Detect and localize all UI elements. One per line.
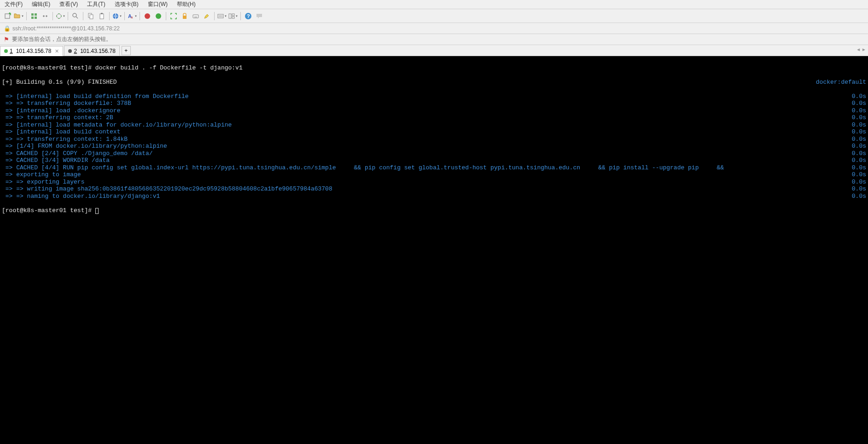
tab-add-button[interactable]: +: [122, 46, 131, 55]
fullscreen-icon[interactable]: [169, 11, 179, 21]
keyboard-icon[interactable]: [191, 11, 201, 21]
terminal-output: => [internal] load build definition from…: [2, 93, 189, 100]
terminal-timing: 0.0s: [852, 157, 866, 164]
font-icon[interactable]: Aa▼: [127, 11, 137, 21]
terminal-output: => [internal] load metadata for docker.i…: [2, 121, 232, 129]
terminal-line: => => transferring context: 2B0.0s: [2, 114, 866, 121]
terminal-line: => exporting to image0.0s: [2, 171, 866, 179]
tab-session-1[interactable]: 1 101.43.156.78 ✕: [0, 46, 63, 56]
svg-text:a: a: [131, 15, 133, 19]
properties-icon[interactable]: ▼: [55, 11, 65, 21]
separator: [109, 12, 110, 20]
svg-rect-9: [100, 14, 104, 19]
svg-rect-1: [31, 13, 34, 16]
terminal-line: => => transferring dockerfile: 378B0.0s: [2, 100, 866, 107]
paste-icon[interactable]: [97, 11, 107, 21]
terminal-output: => => writing image sha256:0b3861f480568…: [2, 185, 332, 193]
terminal-output: => CACHED [4/4] RUN pip config set globa…: [2, 164, 724, 172]
svg-point-15: [156, 13, 161, 19]
highlight-icon[interactable]: [202, 11, 212, 21]
terminal-prompt: [root@k8s-master01 test]#: [2, 207, 95, 214]
svg-rect-17: [193, 15, 198, 18]
terminal-timing: 0.0s: [852, 143, 866, 150]
globe-icon[interactable]: ▼: [112, 11, 122, 21]
menu-file[interactable]: 文件(F): [2, 0, 25, 9]
svg-rect-8: [90, 15, 93, 19]
transfer-icon[interactable]: ▼: [217, 11, 227, 21]
terminal-timing: 0.0s: [852, 185, 866, 193]
terminal-line: => [internal] load build context0.0s: [2, 128, 866, 136]
terminal-timing: 0.0s: [852, 114, 866, 121]
svg-text:?: ?: [247, 13, 250, 19]
new-session-icon[interactable]: [3, 11, 13, 21]
tab-number: 2: [74, 48, 77, 54]
terminal-line: => CACHED [4/4] RUN pip config set globa…: [2, 164, 866, 172]
separator: [124, 12, 125, 20]
status-dot-icon: [68, 49, 72, 53]
terminal-cursor: [95, 208, 99, 214]
svg-rect-4: [35, 17, 37, 19]
terminal-output: => => exporting layers: [2, 179, 84, 186]
help-icon[interactable]: ?: [243, 11, 253, 21]
record-icon[interactable]: [142, 11, 152, 21]
tab-number: 1: [10, 48, 13, 54]
svg-rect-0: [5, 14, 10, 18]
menu-tools[interactable]: 工具(T): [84, 0, 108, 9]
disconnect-icon[interactable]: [40, 11, 50, 21]
menu-tabs[interactable]: 选项卡(B): [112, 0, 141, 9]
terminal[interactable]: [root@k8s-master01 test]# docker build .…: [0, 56, 868, 444]
svg-rect-19: [229, 14, 231, 18]
terminal-timing: 0.0s: [852, 128, 866, 136]
lock-icon[interactable]: [180, 11, 190, 21]
terminal-line: => [1/4] FROM docker.io/library/python:a…: [2, 143, 866, 150]
terminal-output: => => transferring dockerfile: 378B: [2, 100, 131, 107]
terminal-line: => CACHED [2/4] COPY ./Django_demo /data…: [2, 150, 866, 157]
address-text[interactable]: ssh://root:****************@101.43.156.7…: [12, 25, 120, 32]
menu-help[interactable]: 帮助(H): [174, 0, 198, 9]
menu-edit[interactable]: 编辑(E): [29, 0, 53, 9]
tab-nav-left-icon[interactable]: ◄: [856, 47, 861, 52]
menu-view[interactable]: 查看(V): [57, 0, 81, 9]
svg-rect-16: [183, 16, 186, 19]
open-folder-icon[interactable]: ▼: [14, 11, 24, 21]
tab-label: 101.43.156.78: [16, 48, 52, 54]
terminal-output: => [internal] load build context: [2, 128, 120, 136]
terminal-output: => => naming to docker.io/library/django…: [2, 193, 160, 200]
separator: [240, 12, 241, 20]
terminal-line: => CACHED [3/4] WORKDIR /data0.0s: [2, 157, 866, 164]
terminal-output: [+] Building 0.1s (9/9) FINISHED: [2, 79, 117, 86]
tab-nav-right-icon[interactable]: ►: [862, 47, 866, 52]
lock-icon: 🔒: [4, 25, 11, 32]
terminal-output: => CACHED [2/4] COPY ./Django_demo /data…: [2, 150, 153, 157]
separator: [214, 12, 215, 20]
terminal-timing: 0.0s: [852, 107, 866, 115]
separator: [83, 12, 83, 20]
terminal-line: => => transferring context: 1.84kB0.0s: [2, 136, 866, 143]
svg-rect-20: [232, 14, 234, 16]
toolbar: ▼ ▼ ▼ Aa▼ ▼ ▼ ?: [0, 9, 868, 23]
terminal-line: => => naming to docker.io/library/django…: [2, 193, 866, 200]
copy-icon[interactable]: [86, 11, 96, 21]
terminal-command: docker build . -f Dockerfile -t django:v…: [95, 64, 243, 71]
terminal-output: => => transferring context: 2B: [2, 114, 113, 121]
terminal-output: => CACHED [3/4] WORKDIR /data: [2, 157, 110, 164]
stop-icon[interactable]: [153, 11, 163, 21]
menu-window[interactable]: 窗口(W): [145, 0, 170, 9]
terminal-timing: 0.0s: [852, 179, 866, 186]
terminal-timing: 0.0s: [852, 164, 866, 172]
reconnect-icon[interactable]: [29, 11, 39, 21]
layout-icon[interactable]: ▼: [228, 11, 238, 21]
svg-rect-2: [35, 13, 37, 16]
terminal-line: => [internal] load .dockerignore0.0s: [2, 107, 866, 115]
tab-session-2[interactable]: 2 101.43.156.78: [64, 46, 119, 56]
tab-close-icon[interactable]: ✕: [55, 48, 59, 54]
separator: [166, 12, 166, 20]
chat-icon[interactable]: [254, 11, 264, 21]
flag-icon[interactable]: ⚑: [4, 36, 9, 43]
terminal-timing: 0.0s: [852, 121, 866, 129]
search-icon[interactable]: [70, 11, 81, 21]
terminal-timing: 0.0s: [852, 193, 866, 200]
separator: [52, 12, 53, 20]
svg-point-6: [73, 13, 76, 17]
tab-bar: 1 101.43.156.78 ✕ 2 101.43.156.78 + ◄ ►: [0, 45, 868, 56]
